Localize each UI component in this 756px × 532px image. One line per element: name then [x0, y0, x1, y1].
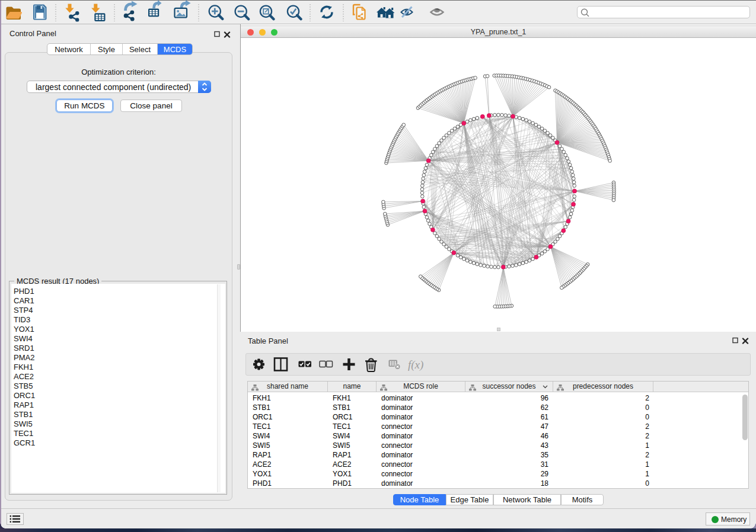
- svg-text:f(x): f(x): [408, 358, 423, 371]
